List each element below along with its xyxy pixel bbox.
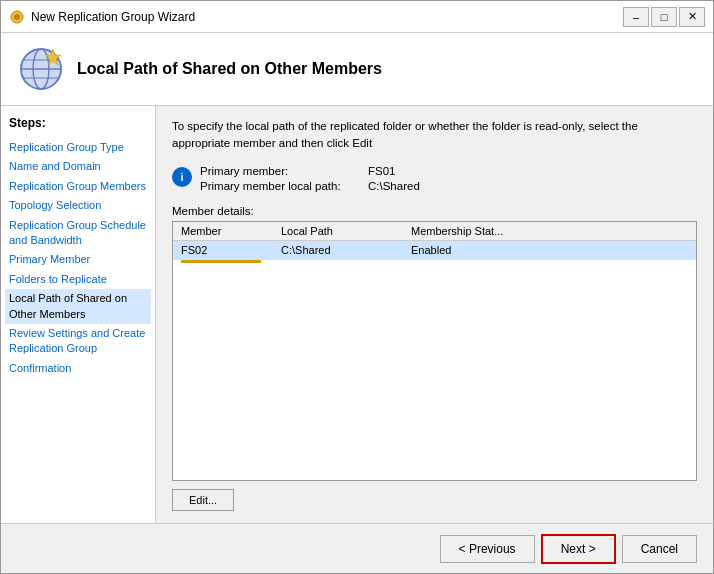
main-content: To specify the local path of the replica… [156, 106, 713, 523]
primary-member-path-row: Primary member local path: C:\Shared [200, 180, 420, 192]
wizard-window: New Replication Group Wizard – □ ✕ Local… [0, 0, 714, 574]
table-row[interactable]: FS02 C:\Shared Enabled [173, 241, 696, 260]
header-icon [17, 45, 65, 93]
sidebar-item-name-and-domain[interactable]: Name and Domain [9, 157, 147, 176]
row-indicator [181, 260, 261, 263]
sidebar-item-local-path[interactable]: Local Path of Shared on Other Members [5, 289, 151, 324]
header-area: Local Path of Shared on Other Members [1, 33, 713, 106]
info-rows: Primary member: FS01 Primary member loca… [200, 165, 420, 195]
sidebar-item-replication-group-members[interactable]: Replication Group Members [9, 177, 147, 196]
sidebar-item-confirmation[interactable]: Confirmation [9, 359, 147, 378]
cell-status: Enabled [411, 244, 688, 256]
sidebar-item-topology-selection[interactable]: Topology Selection [9, 196, 147, 215]
cell-path: C:\Shared [281, 244, 411, 256]
page-title: Local Path of Shared on Other Members [77, 60, 382, 78]
primary-member-label: Primary member: [200, 165, 360, 177]
sidebar-item-replication-group-type[interactable]: Replication Group Type [9, 138, 147, 157]
sidebar-title: Steps: [9, 116, 147, 130]
wizard-icon [9, 9, 25, 25]
title-bar: New Replication Group Wizard – □ ✕ [1, 1, 713, 33]
maximize-button[interactable]: □ [651, 7, 677, 27]
minimize-button[interactable]: – [623, 7, 649, 27]
col-header-member: Member [181, 225, 281, 237]
col-header-status: Membership Stat... [411, 225, 688, 237]
content-area: Steps: Replication Group Type Name and D… [1, 106, 713, 523]
footer: < Previous Next > Cancel [1, 523, 713, 573]
primary-member-value: FS01 [368, 165, 396, 177]
next-button[interactable]: Next > [541, 534, 616, 564]
info-icon: i [172, 167, 192, 187]
window-controls: – □ ✕ [623, 7, 705, 27]
sidebar-item-primary-member[interactable]: Primary Member [9, 250, 147, 269]
member-table: Member Local Path Membership Stat... FS0… [172, 221, 697, 482]
info-section: i Primary member: FS01 Primary member lo… [172, 165, 697, 195]
sidebar-item-review-settings[interactable]: Review Settings and Create Replication G… [9, 324, 147, 359]
primary-member-path-label: Primary member local path: [200, 180, 360, 192]
sidebar: Steps: Replication Group Type Name and D… [1, 106, 156, 523]
primary-member-row: Primary member: FS01 [200, 165, 420, 177]
table-header: Member Local Path Membership Stat... [173, 222, 696, 241]
sidebar-item-replication-group-schedule[interactable]: Replication Group Schedule and Bandwidth [9, 216, 147, 251]
edit-button-area: Edit... [172, 489, 697, 511]
window-title: New Replication Group Wizard [31, 10, 623, 24]
close-button[interactable]: ✕ [679, 7, 705, 27]
cancel-button[interactable]: Cancel [622, 535, 697, 563]
previous-button[interactable]: < Previous [440, 535, 535, 563]
sidebar-item-folders-to-replicate[interactable]: Folders to Replicate [9, 270, 147, 289]
edit-button[interactable]: Edit... [172, 489, 234, 511]
col-header-path: Local Path [281, 225, 411, 237]
member-details-title: Member details: [172, 205, 697, 217]
primary-member-path-value: C:\Shared [368, 180, 420, 192]
svg-point-1 [14, 14, 20, 20]
cell-member: FS02 [181, 244, 281, 256]
instruction-text: To specify the local path of the replica… [172, 118, 697, 153]
